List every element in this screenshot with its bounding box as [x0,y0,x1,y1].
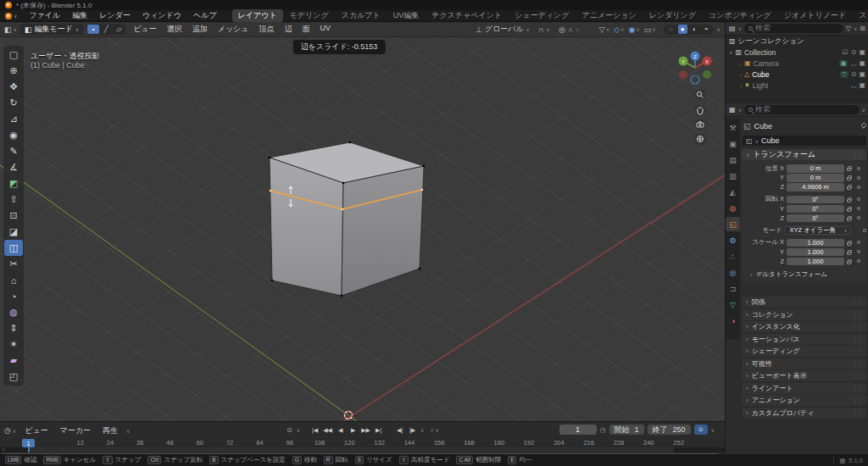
collapsed-panel[interactable]: › コレクション ⋮⋮ [742,309,866,320]
shrink-fatten-tool[interactable]: ✶ [4,336,23,352]
sync-mode-icon[interactable]: ♪ [431,426,434,434]
transport-button[interactable]: ▶▶ [359,424,372,435]
drag-handle-icon[interactable]: ⋮⋮ [852,373,862,380]
proportional-edit-toggle[interactable]: ◎ ∧ ∨ [559,25,580,34]
eye-closed-icon[interactable]: ◡ [850,59,856,67]
tab-constraints[interactable]: ⊐ [726,281,740,296]
frame-step-button[interactable]: |▶ [406,424,419,435]
exclude-checkbox[interactable]: ☑ [843,48,849,56]
channel-expander-icon[interactable]: › [3,447,4,452]
render-visibility-icon[interactable]: ▣ [859,59,865,67]
timeline-editor-button[interactable]: ◷ ∨ [4,426,16,435]
object-name-field[interactable]: ◱ ∨ Cube [743,136,866,146]
drag-handle-icon[interactable]: ⋮⋮ [852,324,862,330]
menu-item[interactable]: 面 [298,23,314,36]
navigation-gizmo[interactable]: Z Y X [679,52,712,85]
tab-output[interactable]: ▤ [726,153,740,167]
collapsed-panel[interactable]: › 関係 ⋮⋮ [742,297,866,308]
transport-button[interactable]: ◀◀ [321,424,334,435]
add-cube-tool[interactable]: ◩ [4,175,23,191]
value-field[interactable]: 0 m ∨ [787,174,844,182]
tab-particles[interactable]: ∴ [726,249,740,264]
pin-icon[interactable] [860,123,865,128]
animate-dot[interactable] [857,186,860,189]
material-shading[interactable]: ◐ [690,25,699,34]
transform-tool[interactable]: ◉ [4,127,23,143]
tab-view-layer[interactable]: ▥ [726,169,740,183]
collapsed-panel[interactable]: › ビューポート表示 ⋮⋮ [742,370,866,381]
properties-editor-icon[interactable]: ▦ [729,106,736,114]
editor-type-button[interactable]: ◧ ∨ [4,25,17,34]
collapsed-panel[interactable]: › カスタムプロパティ ⋮⋮ [742,408,866,419]
lock-icon[interactable] [847,165,854,171]
drag-handle-icon[interactable]: ⋮⋮ [852,409,862,416]
cursor-tool[interactable]: ⊕ [4,63,23,79]
menu-item[interactable]: 再生 [97,424,123,437]
animate-dot[interactable] [857,216,860,219]
current-frame-field[interactable]: 1 [559,424,597,435]
lock-icon[interactable] [847,249,854,255]
move-tool[interactable]: ✥ [4,79,23,95]
loop-cut-tool[interactable]: ◫ [4,240,23,256]
mode-dropdown[interactable]: ◧ 編集モード ∨ [20,24,83,35]
menu-item[interactable]: 選択 [163,23,186,36]
gizmo-neg-z[interactable] [691,75,699,84]
workspace-tab[interactable]: レンダリング [643,9,702,22]
workspace-tab[interactable]: ジオメトリノード [778,9,852,22]
outliner-search-input[interactable]: 検索 [744,24,843,33]
drag-handle-icon[interactable]: ⋮⋮ [852,397,862,404]
camera-row[interactable]: › ▣ Camera ▣ ◡ ▣ [726,58,868,69]
value-field[interactable]: 1.000 ∨ [787,239,844,247]
eye-icon[interactable]: ⊙ [851,48,857,56]
value-field[interactable]: 4.9606 m ∨ [787,183,844,191]
menu-item[interactable]: メッシュ [214,23,253,36]
cube-right-face[interactable] [342,166,424,296]
frame-step-button[interactable]: ◀| [393,424,406,435]
menu-item[interactable]: ビュー [19,424,53,437]
gizmo-neg-y[interactable] [703,70,711,79]
collapsed-panel[interactable]: › インスタンス化 ⋮⋮ [742,321,866,332]
select-box-tool[interactable]: ▢ [4,47,23,63]
menu-item[interactable]: ウィンドウ [137,9,186,22]
overlays-toggle[interactable]: ◉ ∨ [628,25,639,34]
tab-tool[interactable]: ⚒ [726,120,740,135]
new-collection-icon[interactable]: ⊞ [860,25,865,32]
camera-view-button[interactable] [694,119,706,130]
workspace-tab[interactable]: シェーディング [509,9,575,22]
zoom-button[interactable] [694,89,706,101]
workspace-tab[interactable]: スクリプト作成 [853,9,868,22]
annotate-tool[interactable]: ✎ [4,143,23,159]
tab-object[interactable]: ◱ [726,217,740,231]
menu-item[interactable]: 頂点 [255,23,279,36]
tab-scene[interactable]: ◭ [726,185,740,199]
end-frame-field[interactable]: 終了 250 [648,424,691,435]
cube-mesh[interactable] [269,141,425,297]
measure-tool[interactable]: ∡ [4,159,23,175]
inset-faces-tool[interactable]: ⊡ [4,208,23,224]
collapsed-panel[interactable]: › 可視性 ⋮⋮ [742,358,866,369]
animate-dot[interactable] [857,241,860,244]
eye-closed-icon[interactable]: ◡ [850,81,856,89]
value-field[interactable]: 0 m ∨ [787,164,844,173]
snap-toggle[interactable]: ∩ ∨ [538,25,550,34]
menu-item[interactable]: ファイル [24,9,65,22]
animate-dot[interactable] [857,259,860,263]
auto-keying-icon[interactable]: ⊙ [287,426,292,434]
drag-handle-icon[interactable]: ⋮⋮ [852,152,862,158]
outliner-editor-icon[interactable]: ▤ [729,25,736,32]
lock-icon[interactable] [847,175,854,180]
visibility-filter-toggle[interactable]: ▽ ∨ [599,25,609,34]
animate-dot[interactable] [857,167,860,170]
rendered-shading[interactable]: ◓ [702,25,711,34]
spin-tool[interactable]: ◔ [4,288,23,304]
menu-item[interactable]: 追加 [188,23,212,36]
blender-menu-button[interactable]: ∨ [5,13,17,19]
drag-handle-icon[interactable]: ⋮⋮ [852,360,862,367]
light-row[interactable]: › ✷ Light ◡ ▣ [726,80,868,91]
lock-icon[interactable] [847,258,854,264]
lock-icon[interactable] [847,206,854,212]
transform-panel-header[interactable]: ∨ トランスフォーム ⋮⋮ [742,149,866,160]
animate-dot[interactable] [863,229,866,232]
workspace-tab[interactable]: コンポジティング [703,9,777,22]
expand-icon[interactable]: › [740,72,742,77]
